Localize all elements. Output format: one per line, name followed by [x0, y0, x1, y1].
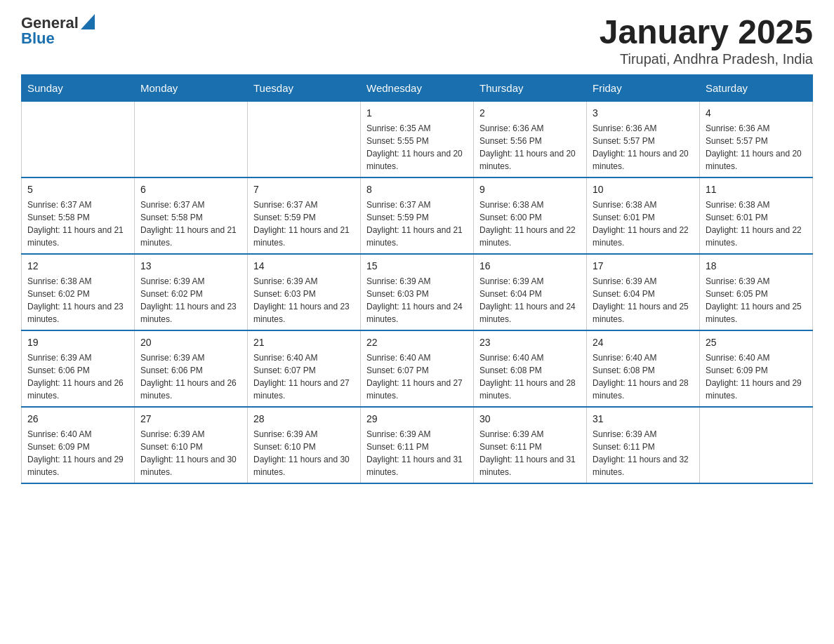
- day-number: 3: [593, 106, 694, 121]
- header-row: SundayMondayTuesdayWednesdayThursdayFrid…: [22, 74, 813, 101]
- svg-marker-0: [81, 14, 95, 29]
- day-cell: [700, 407, 813, 483]
- day-info: Sunrise: 6:39 AM Sunset: 6:06 PM Dayligh…: [27, 351, 128, 402]
- day-number: 26: [27, 412, 128, 427]
- day-number: 5: [27, 182, 128, 197]
- day-cell: [22, 101, 135, 177]
- day-info: Sunrise: 6:36 AM Sunset: 5:57 PM Dayligh…: [593, 122, 694, 173]
- header-cell-friday: Friday: [587, 74, 700, 101]
- day-info: Sunrise: 6:37 AM Sunset: 5:59 PM Dayligh…: [253, 199, 355, 249]
- day-info: Sunrise: 6:37 AM Sunset: 5:58 PM Dayligh…: [27, 199, 128, 249]
- day-cell: 10Sunrise: 6:38 AM Sunset: 6:01 PM Dayli…: [587, 177, 700, 254]
- day-cell: 6Sunrise: 6:37 AM Sunset: 5:58 PM Daylig…: [135, 177, 248, 254]
- day-info: Sunrise: 6:40 AM Sunset: 6:08 PM Dayligh…: [593, 351, 694, 402]
- header-cell-wednesday: Wednesday: [361, 74, 474, 101]
- day-number: 2: [479, 106, 581, 121]
- title-block: January 2025 Tirupati, Andhra Pradesh, I…: [600, 14, 813, 67]
- day-info: Sunrise: 6:35 AM Sunset: 5:55 PM Dayligh…: [366, 122, 468, 173]
- logo-triangle-icon: [81, 14, 95, 29]
- day-cell: 1Sunrise: 6:35 AM Sunset: 5:55 PM Daylig…: [361, 101, 474, 177]
- day-number: 24: [593, 335, 694, 350]
- day-cell: 18Sunrise: 6:39 AM Sunset: 6:05 PM Dayli…: [700, 254, 813, 330]
- day-cell: 7Sunrise: 6:37 AM Sunset: 5:59 PM Daylig…: [248, 177, 361, 254]
- day-number: 20: [140, 335, 241, 350]
- day-cell: 30Sunrise: 6:39 AM Sunset: 6:11 PM Dayli…: [474, 407, 587, 483]
- day-cell: 19Sunrise: 6:39 AM Sunset: 6:06 PM Dayli…: [22, 330, 135, 407]
- day-info: Sunrise: 6:39 AM Sunset: 6:04 PM Dayligh…: [479, 275, 581, 326]
- day-number: 10: [593, 182, 694, 197]
- day-number: 1: [366, 106, 468, 121]
- day-number: 14: [253, 259, 355, 274]
- day-info: Sunrise: 6:39 AM Sunset: 6:11 PM Dayligh…: [479, 428, 581, 478]
- day-cell: 3Sunrise: 6:36 AM Sunset: 5:57 PM Daylig…: [587, 101, 700, 177]
- day-info: Sunrise: 6:36 AM Sunset: 5:57 PM Dayligh…: [706, 122, 807, 173]
- day-info: Sunrise: 6:39 AM Sunset: 6:03 PM Dayligh…: [253, 275, 355, 326]
- week-row-1: 1Sunrise: 6:35 AM Sunset: 5:55 PM Daylig…: [22, 101, 813, 177]
- day-cell: 2Sunrise: 6:36 AM Sunset: 5:56 PM Daylig…: [474, 101, 587, 177]
- calendar-table: SundayMondayTuesdayWednesdayThursdayFrid…: [21, 74, 813, 484]
- header-cell-saturday: Saturday: [700, 74, 813, 101]
- day-number: 9: [479, 182, 581, 197]
- day-info: Sunrise: 6:39 AM Sunset: 6:03 PM Dayligh…: [366, 275, 468, 326]
- day-number: 23: [479, 335, 581, 350]
- day-number: 22: [366, 335, 468, 350]
- day-info: Sunrise: 6:39 AM Sunset: 6:11 PM Dayligh…: [366, 428, 468, 478]
- page-header: General Blue January 2025 Tirupati, Andh…: [21, 14, 813, 67]
- day-number: 27: [140, 412, 241, 427]
- day-info: Sunrise: 6:39 AM Sunset: 6:04 PM Dayligh…: [593, 275, 694, 326]
- day-number: 31: [593, 412, 694, 427]
- day-cell: 17Sunrise: 6:39 AM Sunset: 6:04 PM Dayli…: [587, 254, 700, 330]
- day-cell: 29Sunrise: 6:39 AM Sunset: 6:11 PM Dayli…: [361, 407, 474, 483]
- day-info: Sunrise: 6:39 AM Sunset: 6:11 PM Dayligh…: [593, 428, 694, 478]
- week-row-4: 19Sunrise: 6:39 AM Sunset: 6:06 PM Dayli…: [22, 330, 813, 407]
- day-cell: 4Sunrise: 6:36 AM Sunset: 5:57 PM Daylig…: [700, 101, 813, 177]
- day-cell: [135, 101, 248, 177]
- day-cell: 12Sunrise: 6:38 AM Sunset: 6:02 PM Dayli…: [22, 254, 135, 330]
- day-info: Sunrise: 6:37 AM Sunset: 5:59 PM Dayligh…: [366, 199, 468, 249]
- day-info: Sunrise: 6:40 AM Sunset: 6:09 PM Dayligh…: [27, 428, 128, 478]
- week-row-2: 5Sunrise: 6:37 AM Sunset: 5:58 PM Daylig…: [22, 177, 813, 254]
- day-cell: 15Sunrise: 6:39 AM Sunset: 6:03 PM Dayli…: [361, 254, 474, 330]
- day-cell: 27Sunrise: 6:39 AM Sunset: 6:10 PM Dayli…: [135, 407, 248, 483]
- day-number: 12: [27, 259, 128, 274]
- day-number: 17: [593, 259, 694, 274]
- day-cell: 14Sunrise: 6:39 AM Sunset: 6:03 PM Dayli…: [248, 254, 361, 330]
- calendar-body: 1Sunrise: 6:35 AM Sunset: 5:55 PM Daylig…: [22, 101, 813, 483]
- header-cell-tuesday: Tuesday: [248, 74, 361, 101]
- day-info: Sunrise: 6:39 AM Sunset: 6:10 PM Dayligh…: [253, 428, 355, 478]
- logo-text-blue: Blue: [21, 29, 55, 48]
- calendar-title: January 2025: [600, 14, 813, 51]
- logo: General Blue: [21, 14, 95, 48]
- day-number: 25: [706, 335, 807, 350]
- day-number: 16: [479, 259, 581, 274]
- day-info: Sunrise: 6:38 AM Sunset: 6:02 PM Dayligh…: [27, 275, 128, 326]
- day-number: 21: [253, 335, 355, 350]
- day-number: 29: [366, 412, 468, 427]
- calendar-header: SundayMondayTuesdayWednesdayThursdayFrid…: [22, 74, 813, 101]
- day-info: Sunrise: 6:39 AM Sunset: 6:05 PM Dayligh…: [706, 275, 807, 326]
- day-info: Sunrise: 6:40 AM Sunset: 6:08 PM Dayligh…: [479, 351, 581, 402]
- day-info: Sunrise: 6:38 AM Sunset: 6:00 PM Dayligh…: [479, 199, 581, 249]
- day-cell: 24Sunrise: 6:40 AM Sunset: 6:08 PM Dayli…: [587, 330, 700, 407]
- day-number: 28: [253, 412, 355, 427]
- day-info: Sunrise: 6:36 AM Sunset: 5:56 PM Dayligh…: [479, 122, 581, 173]
- header-cell-sunday: Sunday: [22, 74, 135, 101]
- day-number: 19: [27, 335, 128, 350]
- day-cell: 25Sunrise: 6:40 AM Sunset: 6:09 PM Dayli…: [700, 330, 813, 407]
- day-cell: 16Sunrise: 6:39 AM Sunset: 6:04 PM Dayli…: [474, 254, 587, 330]
- calendar-subtitle: Tirupati, Andhra Pradesh, India: [600, 51, 813, 67]
- week-row-3: 12Sunrise: 6:38 AM Sunset: 6:02 PM Dayli…: [22, 254, 813, 330]
- day-number: 18: [706, 259, 807, 274]
- day-cell: 5Sunrise: 6:37 AM Sunset: 5:58 PM Daylig…: [22, 177, 135, 254]
- day-info: Sunrise: 6:38 AM Sunset: 6:01 PM Dayligh…: [593, 199, 694, 249]
- day-number: 7: [253, 182, 355, 197]
- day-number: 8: [366, 182, 468, 197]
- day-info: Sunrise: 6:39 AM Sunset: 6:06 PM Dayligh…: [140, 351, 241, 402]
- day-number: 4: [706, 106, 807, 121]
- day-info: Sunrise: 6:40 AM Sunset: 6:07 PM Dayligh…: [366, 351, 468, 402]
- day-cell: 8Sunrise: 6:37 AM Sunset: 5:59 PM Daylig…: [361, 177, 474, 254]
- day-info: Sunrise: 6:38 AM Sunset: 6:01 PM Dayligh…: [706, 199, 807, 249]
- day-cell: 31Sunrise: 6:39 AM Sunset: 6:11 PM Dayli…: [587, 407, 700, 483]
- day-info: Sunrise: 6:39 AM Sunset: 6:02 PM Dayligh…: [140, 275, 241, 326]
- day-info: Sunrise: 6:40 AM Sunset: 6:09 PM Dayligh…: [706, 351, 807, 402]
